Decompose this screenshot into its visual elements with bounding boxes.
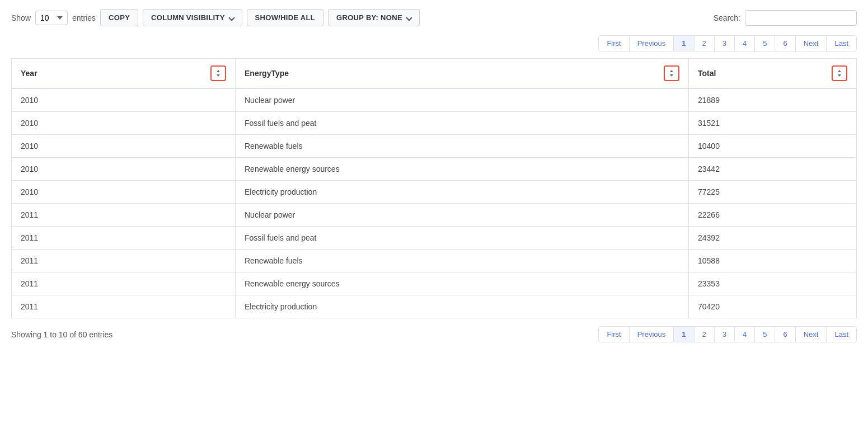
- last-page-bottom[interactable]: Last: [826, 326, 857, 342]
- table-row: 2010 Fossil fuels and peat 31521: [12, 112, 857, 135]
- energy-type-sort-button[interactable]: [664, 65, 679, 81]
- table-row: 2011 Renewable energy sources 23353: [12, 272, 857, 295]
- year-cell: 2011: [12, 295, 236, 318]
- page-1-top[interactable]: 1: [673, 35, 694, 51]
- table-body: 2010 Nuclear power 21889 2010 Fossil fue…: [12, 88, 857, 318]
- table-row: 2010 Renewable fuels 10400: [12, 135, 857, 158]
- pagination-bottom: First Previous 1 2 3 4 5 6 Next Last: [598, 326, 857, 342]
- table-row: 2011 Electricity production 70420: [12, 295, 857, 318]
- total-cell: 23353: [689, 272, 857, 295]
- chevron-down-icon-2: [406, 15, 412, 21]
- year-column-header: Year: [12, 59, 236, 89]
- energy-type-cell: Renewable fuels: [236, 135, 689, 158]
- total-cell: 10588: [689, 250, 857, 272]
- group-by-button[interactable]: GROUP BY: NONE: [328, 9, 420, 26]
- previous-page-bottom[interactable]: Previous: [629, 326, 674, 342]
- year-cell: 2010: [12, 158, 236, 181]
- table-row: 2011 Renewable fuels 10588: [12, 250, 857, 272]
- toolbar: Show 10 25 50 100 entries COPY COLUMN VI…: [11, 9, 857, 26]
- previous-page-top[interactable]: Previous: [629, 35, 674, 51]
- showing-text: Showing 1 to 10 of 60 entries: [11, 330, 112, 339]
- page-1-bottom[interactable]: 1: [673, 326, 694, 342]
- first-page-top[interactable]: First: [598, 35, 629, 51]
- search-input[interactable]: [745, 10, 857, 26]
- column-visibility-button[interactable]: COLUMN VISIBILITY: [143, 9, 242, 26]
- energy-type-cell: Renewable energy sources: [236, 158, 689, 181]
- entries-label: entries: [72, 13, 96, 22]
- energy-type-cell: Fossil fuels and peat: [236, 112, 689, 135]
- show-label: Show: [11, 13, 31, 22]
- year-cell: 2011: [12, 272, 236, 295]
- page-5-top[interactable]: 5: [754, 35, 775, 51]
- year-cell: 2011: [12, 227, 236, 250]
- energy-type-cell: Renewable fuels: [236, 250, 689, 272]
- energy-type-cell: Electricity production: [236, 295, 689, 318]
- energy-type-cell: Electricity production: [236, 181, 689, 204]
- page-3-top[interactable]: 3: [714, 35, 735, 51]
- total-cell: 22266: [689, 204, 857, 227]
- year-cell: 2010: [12, 181, 236, 204]
- table-header-row: Year EnergyType: [12, 59, 857, 89]
- footer-bar: Showing 1 to 10 of 60 entries First Prev…: [11, 326, 857, 342]
- page-5-bottom[interactable]: 5: [754, 326, 775, 342]
- page-3-bottom[interactable]: 3: [714, 326, 735, 342]
- total-cell: 21889: [689, 88, 857, 112]
- total-sort-button[interactable]: [832, 65, 847, 81]
- table-row: 2011 Fossil fuels and peat 24392: [12, 227, 857, 250]
- pagination-top: First Previous 1 2 3 4 5 6 Next Last: [11, 35, 857, 51]
- year-cell: 2011: [12, 204, 236, 227]
- page-6-top[interactable]: 6: [775, 35, 795, 51]
- table-row: 2010 Nuclear power 21889: [12, 88, 857, 112]
- last-page-top[interactable]: Last: [826, 35, 857, 51]
- table-row: 2010 Renewable energy sources 23442: [12, 158, 857, 181]
- page-2-bottom[interactable]: 2: [694, 326, 715, 342]
- page-4-bottom[interactable]: 4: [734, 326, 755, 342]
- next-page-bottom[interactable]: Next: [795, 326, 827, 342]
- year-cell: 2010: [12, 135, 236, 158]
- total-cell: 70420: [689, 295, 857, 318]
- energy-type-column-header: EnergyType: [236, 59, 689, 89]
- total-cell: 31521: [689, 112, 857, 135]
- energy-type-cell: Renewable energy sources: [236, 272, 689, 295]
- page-2-top[interactable]: 2: [694, 35, 715, 51]
- chevron-down-icon: [228, 15, 234, 21]
- show-hide-all-button[interactable]: SHOW/HIDE ALL: [247, 9, 323, 26]
- energy-type-cell: Nuclear power: [236, 204, 689, 227]
- page-wrapper: Show 10 25 50 100 entries COPY COLUMN VI…: [0, 0, 868, 442]
- first-page-bottom[interactable]: First: [598, 326, 629, 342]
- total-cell: 10400: [689, 135, 857, 158]
- table-row: 2010 Electricity production 77225: [12, 181, 857, 204]
- year-cell: 2010: [12, 88, 236, 112]
- total-cell: 24392: [689, 227, 857, 250]
- search-label: Search:: [714, 13, 740, 22]
- total-cell: 23442: [689, 158, 857, 181]
- year-cell: 2011: [12, 250, 236, 272]
- energy-type-cell: Nuclear power: [236, 88, 689, 112]
- next-page-top[interactable]: Next: [795, 35, 827, 51]
- page-6-bottom[interactable]: 6: [775, 326, 795, 342]
- year-sort-button[interactable]: [210, 65, 226, 81]
- year-cell: 2010: [12, 112, 236, 135]
- entries-select[interactable]: 10 25 50 100: [35, 11, 68, 25]
- search-area: Search:: [714, 10, 857, 26]
- energy-type-cell: Fossil fuels and peat: [236, 227, 689, 250]
- total-column-header: Total: [689, 59, 857, 89]
- data-table: Year EnergyType: [11, 58, 857, 318]
- page-4-top[interactable]: 4: [734, 35, 755, 51]
- table-row: 2011 Nuclear power 22266: [12, 204, 857, 227]
- copy-button[interactable]: COPY: [100, 9, 138, 26]
- total-cell: 77225: [689, 181, 857, 204]
